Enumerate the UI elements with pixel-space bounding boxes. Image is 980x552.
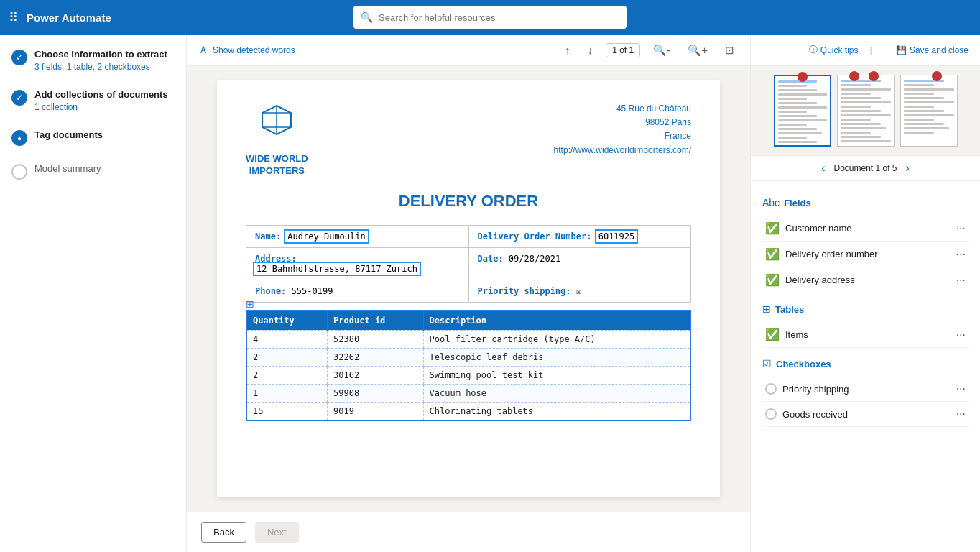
step-2[interactable]: ✓ Add collections of documents 1 collect… xyxy=(11,89,175,112)
address-value: 12 Bahnhofstrasse, 87117 Zurich xyxy=(255,264,419,274)
search-box[interactable]: 🔍 xyxy=(353,6,627,29)
tables-section-title: Tables xyxy=(775,304,804,315)
next-doc-button[interactable]: › xyxy=(906,162,910,175)
doc-title: DELIVERY ORDER xyxy=(246,192,691,211)
table-cell: 30162 xyxy=(328,366,423,384)
field-items: ✅ Items ··· xyxy=(762,322,969,348)
field-more-delivery-order[interactable]: ··· xyxy=(956,248,966,261)
topnav: ⠿ Power Automate 🔍 xyxy=(0,0,980,34)
detected-icon: Ａ xyxy=(198,44,208,57)
table-wrapper: ⊞ Quantity Product id Description 452380… xyxy=(246,310,691,421)
field-more-goods[interactable]: ··· xyxy=(956,408,966,420)
show-detected-words[interactable]: Ａ Show detected words xyxy=(198,44,295,57)
check-icon-items: ✅ xyxy=(765,328,780,341)
panel-header: ⓘ Quick tips | 💾 Save and close xyxy=(751,34,980,66)
document: WIDE WORLDIMPORTERS 45 Rue du Château 98… xyxy=(217,80,720,497)
document-area: WIDE WORLDIMPORTERS 45 Rue du Château 98… xyxy=(187,66,750,512)
doc-toolbar: Ａ Show detected words ↑ ↓ 1 of 1 🔍- 🔍+ ⊡ xyxy=(187,34,750,66)
quick-tips-button[interactable]: ⓘ Quick tips xyxy=(809,44,859,56)
company-address: 45 Rue du Château 98052 Paris France htt… xyxy=(554,102,691,157)
field-more-priority[interactable]: ··· xyxy=(956,382,966,395)
left-sidebar: ✓ Choose information to extract 3 fields… xyxy=(0,34,187,552)
step-2-content: Add collections of documents 1 collectio… xyxy=(34,89,168,112)
checkboxes-icon: ☑ xyxy=(762,358,772,369)
step-3-circle: ● xyxy=(11,130,27,146)
thumb-1[interactable] xyxy=(774,75,831,147)
check-icon-customer: ✅ xyxy=(765,221,780,235)
thumb-2[interactable] xyxy=(837,75,895,147)
logo-icon xyxy=(259,102,295,144)
search-input[interactable] xyxy=(379,12,619,23)
table-row: 232262Telescopic leaf debris xyxy=(246,348,690,366)
name-cell: Name: Audrey Dumoulin xyxy=(246,226,469,247)
table-row: 452380Pool filter cartridge (type A/C) xyxy=(246,330,690,348)
thumbnails-area xyxy=(751,66,980,156)
field-more-delivery-address[interactable]: ··· xyxy=(956,274,966,287)
step-4-content: Model summary xyxy=(34,163,101,174)
doc-nav-label: Document 1 of 5 xyxy=(833,163,897,173)
thumb-3[interactable] xyxy=(900,75,958,147)
prev-doc-button[interactable]: ‹ xyxy=(821,162,825,175)
next-button[interactable]: Next xyxy=(255,522,299,543)
step-1[interactable]: ✓ Choose information to extract 3 fields… xyxy=(11,49,175,72)
field-customer-name: ✅ Customer name ··· xyxy=(762,216,969,242)
step-2-title: Add collections of documents xyxy=(34,89,168,100)
fields-section-header: Abc Fields xyxy=(762,197,969,208)
step-1-subtitle: 3 fields, 1 table, 2 checkboxes xyxy=(34,62,167,72)
question-icon: ⓘ xyxy=(809,44,818,56)
table-cell: Chlorinating tablets xyxy=(423,402,690,420)
fit-page-button[interactable]: ⊡ xyxy=(721,41,739,60)
field-row-name: Name: Audrey Dumoulin Delivery Order Num… xyxy=(246,226,690,248)
save-icon: 💾 xyxy=(896,45,907,55)
step-3[interactable]: ● Tag documents xyxy=(11,129,175,146)
doc-nav: ‹ Document 1 of 5 › xyxy=(751,156,980,181)
field-delivery-address: ✅ Delivery address ··· xyxy=(762,267,969,293)
table-cell: 9019 xyxy=(328,402,423,420)
form-fields: Name: Audrey Dumoulin Delivery Order Num… xyxy=(246,225,691,303)
tables-icon: ⊞ xyxy=(762,303,771,315)
company-logo: WIDE WORLDIMPORTERS xyxy=(246,102,308,178)
step-4-title: Model summary xyxy=(34,163,101,174)
fields-panel: Abc Fields ✅ Customer name ··· ✅ Deliver… xyxy=(751,181,980,552)
table-cell: 2 xyxy=(246,366,328,384)
zoom-in-button[interactable]: 🔍+ xyxy=(683,41,712,60)
field-delivery-order: ✅ Delivery order number ··· xyxy=(762,242,969,267)
back-button[interactable]: Back xyxy=(201,522,246,543)
check-icon-delivery-order: ✅ xyxy=(765,247,780,261)
zoom-out-button[interactable]: 🔍- xyxy=(649,41,675,60)
phone-cell: Phone: 555-0199 xyxy=(246,280,469,302)
step-3-content: Tag documents xyxy=(34,129,103,140)
table-row: 159908Vacuum hose xyxy=(246,384,690,402)
step-1-content: Choose information to extract 3 fields, … xyxy=(34,49,167,72)
date-value: 09/28/2021 xyxy=(509,254,560,264)
doc-header: WIDE WORLDIMPORTERS 45 Rue du Château 98… xyxy=(246,102,691,178)
page-up-button[interactable]: ↑ xyxy=(560,41,575,59)
field-more-customer[interactable]: ··· xyxy=(956,222,966,235)
fields-icon: Abc xyxy=(762,197,780,208)
panel-separator: | xyxy=(870,45,872,55)
table-row: 230162Swimming pool test kit xyxy=(246,366,690,384)
field-goods-received: Goods received ··· xyxy=(762,402,969,427)
grid-icon[interactable]: ⠿ xyxy=(9,9,18,25)
step-4[interactable]: Model summary xyxy=(11,163,175,180)
delivery-order-cell: Delivery Order Number: 6011925 xyxy=(469,226,691,247)
circle-priority xyxy=(765,383,777,395)
priority-value: ☒ xyxy=(576,286,581,296)
table-cell: 15 xyxy=(246,402,328,420)
step-2-subtitle: 1 collection xyxy=(34,102,168,112)
field-row-phone: Phone: 555-0199 Priority shipping: ☒ xyxy=(246,280,690,302)
search-icon: 🔍 xyxy=(361,12,373,23)
circle-goods xyxy=(765,408,777,420)
table-row: 159019Chlorinating tablets xyxy=(246,402,690,420)
detected-label: Show detected words xyxy=(213,45,295,55)
step-4-circle xyxy=(11,164,27,180)
priority-cell: Priority shipping: ☒ xyxy=(469,280,691,302)
page-indicator: 1 of 1 xyxy=(606,43,640,58)
save-close-button[interactable]: 💾 Save and close xyxy=(884,45,969,55)
page-down-button[interactable]: ↓ xyxy=(583,41,598,59)
table-cell: Vacuum hose xyxy=(423,384,690,402)
field-more-items[interactable]: ··· xyxy=(956,328,966,341)
date-cell: Date: 09/28/2021 xyxy=(469,248,691,280)
col-product-id: Product id xyxy=(328,310,423,331)
table-grid-icon: ⊞ xyxy=(246,298,254,310)
